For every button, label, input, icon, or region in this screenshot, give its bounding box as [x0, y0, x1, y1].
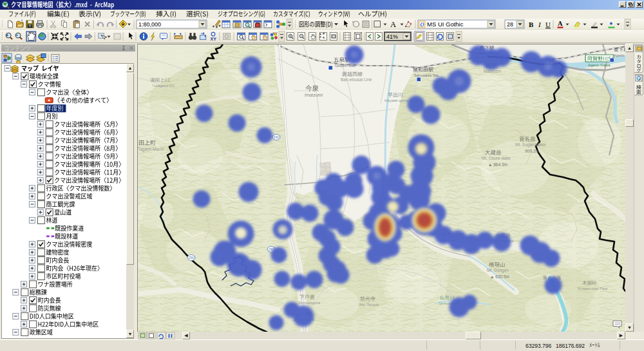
svg-text:Ban-etsusai Line: Ban-etsusai Line: [341, 77, 372, 82]
svg-text:1:1: 1:1: [332, 35, 337, 38]
svg-text:Yutagami CC: Yutagami CC: [152, 84, 175, 88]
svg-text:290: 290: [189, 256, 194, 260]
svg-text:909.2m: 909.2m: [525, 149, 539, 153]
svg-text:Saruwada Sta.: Saruwada Sta.: [414, 73, 440, 77]
svg-text:Agano Gawa: Agano Gawa: [588, 63, 611, 67]
svg-text:U: U: [545, 21, 551, 28]
svg-text:Mt. Gongen: Mt. Gongen: [487, 268, 509, 273]
svg-text:XY: XY: [211, 37, 217, 41]
svg-text:1:80,000: 1:80,000: [138, 21, 161, 28]
svg-text:41%: 41%: [386, 33, 398, 40]
svg-text:O: O: [421, 21, 424, 28]
svg-text:MS UI Gothic: MS UI Gothic: [427, 21, 464, 28]
svg-text:290: 290: [274, 135, 279, 139]
svg-text:Mt. Osure-dake: Mt. Osure-dake: [482, 156, 511, 160]
svg-text:XY: XY: [272, 32, 278, 35]
svg-text:B: B: [529, 21, 534, 28]
svg-text:▲ 630.5m: ▲ 630.5m: [490, 274, 509, 279]
svg-text:Mt. Suganadake: Mt. Suganadake: [515, 142, 546, 147]
svg-text:28: 28: [507, 21, 513, 28]
svg-text:Jiko Temple: Jiko Temple: [359, 303, 379, 307]
svg-text:Shimotogura: Shimotogura: [298, 301, 321, 305]
svg-text:A: A: [390, 20, 396, 29]
svg-text:▲ 864.3m: ▲ 864.3m: [488, 162, 507, 167]
svg-text:I: I: [538, 21, 542, 28]
svg-text:Imaizumi: Imaizumi: [305, 93, 323, 97]
svg-text:Kinagao-toge Pass: Kinagao-toge Pass: [578, 287, 608, 290]
svg-text:A: A: [558, 20, 563, 27]
svg-text:Higashi-Gojo: Higashi-Gojo: [612, 53, 625, 57]
svg-text:Tagami-Machi: Tagami-Machi: [138, 147, 164, 152]
